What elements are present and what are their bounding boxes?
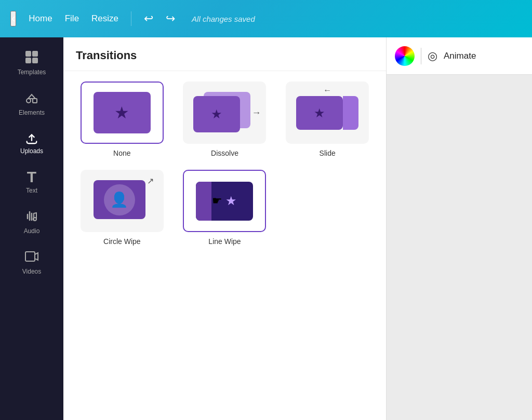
linewipe-hand-icon: ☛ xyxy=(212,194,222,208)
transition-none-label: None xyxy=(113,149,130,157)
text-icon: T xyxy=(27,169,36,185)
redo-button[interactable]: ↪ xyxy=(166,12,175,25)
circlewipe-card: 👤 xyxy=(94,180,145,219)
save-status: All changes saved xyxy=(192,15,255,23)
transition-circlewipe-label: Circle Wipe xyxy=(103,237,141,246)
slide-wrap: ← ★ xyxy=(296,92,358,133)
slide-side-card xyxy=(343,96,358,130)
transition-slide-thumb: ← ★ xyxy=(286,82,369,144)
sidebar-item-text[interactable]: T Text xyxy=(0,162,63,201)
file-button[interactable]: File xyxy=(65,13,79,24)
transition-circlewipe[interactable]: 👤 ↗ Circle Wipe xyxy=(76,170,168,246)
svg-rect-2 xyxy=(25,58,31,63)
linewipe-overlay xyxy=(196,182,211,221)
transition-dissolve[interactable]: ★ → Dissolve xyxy=(179,82,271,157)
svg-rect-0 xyxy=(25,51,31,57)
templates-icon xyxy=(24,50,39,66)
videos-icon xyxy=(24,249,39,266)
none-card: ★ xyxy=(94,92,151,133)
topbar: ‹ Home File Resize ↩ ↪ All changes saved xyxy=(0,0,532,37)
circlewipe-person-icon: 👤 xyxy=(110,191,128,208)
back-button[interactable]: ‹ xyxy=(10,11,16,26)
right-panel-body xyxy=(387,75,532,420)
main-area: Templates Elements Uploads xyxy=(0,37,532,420)
sidebar-item-elements[interactable]: Elements xyxy=(0,83,63,124)
videos-label: Videos xyxy=(22,268,41,275)
transition-linewipe-thumb: ☛ ★ xyxy=(183,170,266,232)
resize-button[interactable]: Resize xyxy=(91,13,118,24)
circlewipe-circle: 👤 xyxy=(104,184,135,215)
linewipe-card: ☛ ★ xyxy=(196,182,253,221)
transition-none-thumb: ★ xyxy=(81,82,164,144)
transition-slide[interactable]: ← ★ Slide xyxy=(281,82,374,157)
topbar-separator xyxy=(131,11,131,26)
svg-rect-5 xyxy=(33,99,37,103)
templates-label: Templates xyxy=(18,69,46,76)
uploads-label: Uploads xyxy=(20,147,43,155)
transition-slide-label: Slide xyxy=(320,149,336,157)
dissolve-star-icon: ★ xyxy=(211,107,222,121)
transition-linewipe-label: Line Wipe xyxy=(208,237,241,246)
linewipe-wrap: ☛ ★ xyxy=(196,182,253,221)
panel-header: Transitions xyxy=(63,37,386,71)
sidebar: Templates Elements Uploads xyxy=(0,37,63,420)
home-button[interactable]: Home xyxy=(29,13,52,24)
right-panel-divider xyxy=(421,48,421,64)
circlewipe-wrap: 👤 ↗ xyxy=(94,180,151,222)
svg-rect-3 xyxy=(32,58,38,63)
animate-label[interactable]: Animate xyxy=(444,51,476,61)
uploads-icon xyxy=(24,131,39,145)
transition-circlewipe-thumb: 👤 ↗ xyxy=(81,170,164,232)
transition-dissolve-thumb: ★ → xyxy=(183,82,266,144)
color-wheel-icon[interactable] xyxy=(395,46,415,66)
svg-rect-7 xyxy=(25,252,35,261)
dissolve-wrap: ★ → xyxy=(193,92,256,133)
linewipe-star-icon: ★ xyxy=(225,194,237,208)
transition-linewipe[interactable]: ☛ ★ Line Wipe xyxy=(179,170,271,246)
sidebar-item-templates[interactable]: Templates xyxy=(0,43,63,83)
elements-icon xyxy=(24,90,39,107)
none-star-icon: ★ xyxy=(114,103,129,123)
transition-none[interactable]: ★ None xyxy=(76,82,168,157)
transition-dissolve-label: Dissolve xyxy=(211,149,238,157)
slide-main-card: ★ xyxy=(296,96,343,130)
sidebar-item-uploads[interactable]: Uploads xyxy=(0,124,63,162)
right-panel: ◎ Animate xyxy=(387,37,532,420)
sidebar-item-audio[interactable]: Audio xyxy=(0,201,63,242)
svg-rect-1 xyxy=(32,51,38,57)
elements-label: Elements xyxy=(19,109,45,116)
dissolve-front-card: ★ xyxy=(193,96,240,132)
animate-icon: ◎ xyxy=(428,49,437,63)
right-panel-top: ◎ Animate xyxy=(387,37,532,75)
circlewipe-arrow-icon: ↗ xyxy=(147,176,154,186)
undo-button[interactable]: ↩ xyxy=(144,12,153,25)
text-label: Text xyxy=(26,187,37,194)
panel-title: Transitions xyxy=(76,49,374,62)
svg-point-4 xyxy=(26,99,31,103)
sidebar-item-videos[interactable]: Videos xyxy=(0,242,63,282)
slide-arrow-icon: ← xyxy=(323,86,331,95)
transitions-grid: ★ None ★ → Dissolve xyxy=(63,71,386,256)
dissolve-arrow-icon: → xyxy=(251,107,261,118)
content-panel: Transitions ★ None ★ xyxy=(63,37,387,420)
audio-label: Audio xyxy=(24,227,40,235)
audio-icon xyxy=(24,209,39,225)
slide-star-icon: ★ xyxy=(314,106,325,120)
